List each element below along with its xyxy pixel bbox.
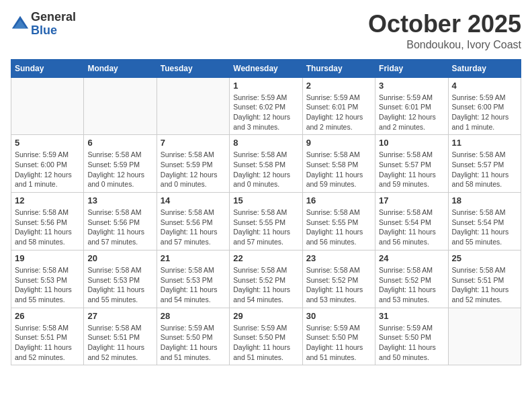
calendar-cell: 30Sunrise: 5:59 AMSunset: 5:50 PMDayligh… xyxy=(302,308,375,365)
calendar-week-4: 19Sunrise: 5:58 AMSunset: 5:53 PMDayligh… xyxy=(11,250,521,308)
day-info: Sunrise: 5:59 AMSunset: 6:01 PMDaylight:… xyxy=(306,93,371,132)
calendar-cell: 10Sunrise: 5:58 AMSunset: 5:57 PMDayligh… xyxy=(375,135,448,193)
col-header-sunday: Sunday xyxy=(11,59,84,77)
day-number: 24 xyxy=(379,253,444,263)
day-number: 4 xyxy=(452,81,517,91)
day-info: Sunrise: 5:58 AMSunset: 5:51 PMDaylight:… xyxy=(15,323,80,363)
day-info: Sunrise: 5:58 AMSunset: 5:51 PMDaylight:… xyxy=(87,323,152,363)
day-number: 31 xyxy=(379,311,444,321)
col-header-monday: Monday xyxy=(84,59,157,77)
day-info: Sunrise: 5:58 AMSunset: 5:53 PMDaylight:… xyxy=(15,265,80,305)
day-info: Sunrise: 5:58 AMSunset: 5:56 PMDaylight:… xyxy=(15,208,80,247)
day-info: Sunrise: 5:58 AMSunset: 5:52 PMDaylight:… xyxy=(379,265,444,305)
calendar-header-row: SundayMondayTuesdayWednesdayThursdayFrid… xyxy=(11,59,521,77)
calendar-cell: 14Sunrise: 5:58 AMSunset: 5:56 PMDayligh… xyxy=(157,193,229,250)
calendar-cell: 2Sunrise: 5:59 AMSunset: 6:01 PMDaylight… xyxy=(302,77,375,135)
day-number: 19 xyxy=(15,253,80,263)
day-number: 21 xyxy=(161,253,226,263)
day-info: Sunrise: 5:59 AMSunset: 5:50 PMDaylight:… xyxy=(379,323,444,363)
calendar-cell: 31Sunrise: 5:59 AMSunset: 5:50 PMDayligh… xyxy=(375,308,448,365)
calendar-cell: 8Sunrise: 5:58 AMSunset: 5:58 PMDaylight… xyxy=(230,135,302,193)
calendar-cell: 4Sunrise: 5:59 AMSunset: 6:00 PMDaylight… xyxy=(448,77,521,135)
day-info: Sunrise: 5:58 AMSunset: 5:55 PMDaylight:… xyxy=(306,208,371,247)
day-number: 3 xyxy=(379,81,444,91)
day-number: 15 xyxy=(233,195,298,205)
day-number: 26 xyxy=(15,311,80,321)
day-info: Sunrise: 5:58 AMSunset: 5:59 PMDaylight:… xyxy=(87,150,152,189)
col-header-saturday: Saturday xyxy=(448,59,521,77)
calendar-cell: 15Sunrise: 5:58 AMSunset: 5:55 PMDayligh… xyxy=(230,193,302,250)
calendar-week-3: 12Sunrise: 5:58 AMSunset: 5:56 PMDayligh… xyxy=(11,193,521,250)
day-number: 13 xyxy=(87,195,152,205)
day-number: 12 xyxy=(15,195,80,205)
logo-general-text: General xyxy=(31,10,76,24)
day-number: 27 xyxy=(87,311,152,321)
col-header-friday: Friday xyxy=(375,59,448,77)
day-info: Sunrise: 5:58 AMSunset: 5:54 PMDaylight:… xyxy=(379,208,444,247)
day-info: Sunrise: 5:58 AMSunset: 5:51 PMDaylight:… xyxy=(452,265,517,305)
calendar-week-1: 1Sunrise: 5:59 AMSunset: 6:02 PMDaylight… xyxy=(11,77,521,135)
day-number: 30 xyxy=(306,311,371,321)
calendar-cell: 28Sunrise: 5:59 AMSunset: 5:50 PMDayligh… xyxy=(157,308,229,365)
day-number: 2 xyxy=(306,81,371,91)
day-number: 7 xyxy=(161,138,226,148)
calendar-table: SundayMondayTuesdayWednesdayThursdayFrid… xyxy=(11,59,521,366)
calendar-cell: 13Sunrise: 5:58 AMSunset: 5:56 PMDayligh… xyxy=(84,193,157,250)
calendar-cell: 7Sunrise: 5:58 AMSunset: 5:59 PMDaylight… xyxy=(157,135,229,193)
calendar-cell xyxy=(84,77,157,135)
day-number: 28 xyxy=(161,311,226,321)
calendar-cell: 12Sunrise: 5:58 AMSunset: 5:56 PMDayligh… xyxy=(11,193,84,250)
calendar-cell: 20Sunrise: 5:58 AMSunset: 5:53 PMDayligh… xyxy=(84,250,157,308)
calendar-cell: 16Sunrise: 5:58 AMSunset: 5:55 PMDayligh… xyxy=(302,193,375,250)
day-info: Sunrise: 5:59 AMSunset: 5:50 PMDaylight:… xyxy=(161,323,226,363)
day-info: Sunrise: 5:59 AMSunset: 5:50 PMDaylight:… xyxy=(233,323,298,363)
logo-blue-text: Blue xyxy=(31,24,57,37)
calendar-cell: 24Sunrise: 5:58 AMSunset: 5:52 PMDayligh… xyxy=(375,250,448,308)
col-header-tuesday: Tuesday xyxy=(157,59,229,77)
day-number: 18 xyxy=(452,195,517,205)
day-info: Sunrise: 5:59 AMSunset: 6:00 PMDaylight:… xyxy=(452,93,517,132)
day-info: Sunrise: 5:59 AMSunset: 5:50 PMDaylight:… xyxy=(306,323,371,363)
day-number: 10 xyxy=(379,138,444,148)
day-number: 14 xyxy=(161,195,226,205)
calendar-cell: 27Sunrise: 5:58 AMSunset: 5:51 PMDayligh… xyxy=(84,308,157,365)
logo: General Blue xyxy=(11,11,76,38)
day-info: Sunrise: 5:58 AMSunset: 5:53 PMDaylight:… xyxy=(87,265,152,305)
day-number: 6 xyxy=(87,138,152,148)
calendar-cell: 22Sunrise: 5:58 AMSunset: 5:52 PMDayligh… xyxy=(230,250,302,308)
day-number: 8 xyxy=(233,138,298,148)
title-block: October 2025 Bondoukou, Ivory Coast xyxy=(368,11,521,51)
day-number: 17 xyxy=(379,195,444,205)
day-info: Sunrise: 5:58 AMSunset: 5:58 PMDaylight:… xyxy=(233,150,298,189)
page-header: General Blue October 2025 Bondoukou, Ivo… xyxy=(11,11,521,51)
day-info: Sunrise: 5:58 AMSunset: 5:53 PMDaylight:… xyxy=(161,265,226,305)
col-header-wednesday: Wednesday xyxy=(230,59,302,77)
day-info: Sunrise: 5:58 AMSunset: 5:52 PMDaylight:… xyxy=(233,265,298,305)
calendar-cell: 5Sunrise: 5:59 AMSunset: 6:00 PMDaylight… xyxy=(11,135,84,193)
day-info: Sunrise: 5:58 AMSunset: 5:56 PMDaylight:… xyxy=(87,208,152,247)
calendar-cell: 1Sunrise: 5:59 AMSunset: 6:02 PMDaylight… xyxy=(230,77,302,135)
day-number: 25 xyxy=(452,253,517,263)
day-number: 1 xyxy=(233,81,298,91)
logo-icon xyxy=(11,15,30,34)
calendar-cell: 23Sunrise: 5:58 AMSunset: 5:52 PMDayligh… xyxy=(302,250,375,308)
calendar-cell xyxy=(448,308,521,365)
day-info: Sunrise: 5:59 AMSunset: 6:01 PMDaylight:… xyxy=(379,93,444,132)
calendar-week-5: 26Sunrise: 5:58 AMSunset: 5:51 PMDayligh… xyxy=(11,308,521,365)
location-subtitle: Bondoukou, Ivory Coast xyxy=(368,39,521,51)
day-number: 16 xyxy=(306,195,371,205)
calendar-cell: 11Sunrise: 5:58 AMSunset: 5:57 PMDayligh… xyxy=(448,135,521,193)
day-number: 29 xyxy=(233,311,298,321)
day-info: Sunrise: 5:58 AMSunset: 5:55 PMDaylight:… xyxy=(233,208,298,247)
day-info: Sunrise: 5:58 AMSunset: 5:58 PMDaylight:… xyxy=(306,150,371,189)
calendar-cell: 17Sunrise: 5:58 AMSunset: 5:54 PMDayligh… xyxy=(375,193,448,250)
day-number: 23 xyxy=(306,253,371,263)
day-number: 9 xyxy=(306,138,371,148)
day-info: Sunrise: 5:58 AMSunset: 5:57 PMDaylight:… xyxy=(379,150,444,189)
calendar-cell: 26Sunrise: 5:58 AMSunset: 5:51 PMDayligh… xyxy=(11,308,84,365)
calendar-cell: 19Sunrise: 5:58 AMSunset: 5:53 PMDayligh… xyxy=(11,250,84,308)
day-number: 20 xyxy=(87,253,152,263)
calendar-cell: 18Sunrise: 5:58 AMSunset: 5:54 PMDayligh… xyxy=(448,193,521,250)
calendar-cell xyxy=(11,77,84,135)
day-info: Sunrise: 5:58 AMSunset: 5:52 PMDaylight:… xyxy=(306,265,371,305)
